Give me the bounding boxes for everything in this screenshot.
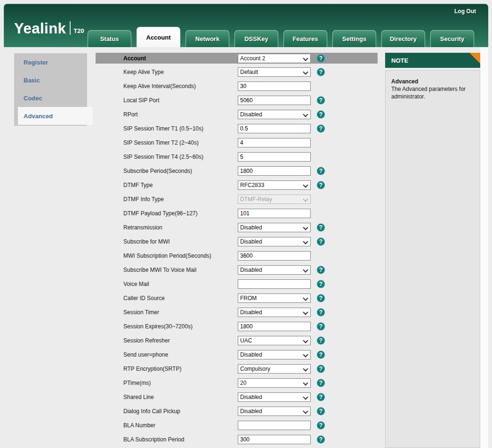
shared-line-select[interactable]: Disabled	[238, 392, 311, 402]
help-icon[interactable]: ?	[317, 68, 325, 76]
help-icon[interactable]: ?	[317, 224, 325, 232]
dtmf-payload-type-96-127-input[interactable]	[238, 209, 311, 218]
help-icon[interactable]: ?	[317, 266, 325, 274]
bla-subscription-period-input[interactable]	[238, 435, 311, 444]
dialog-info-call-pickup-label: Dialog Info Call Pickup	[123, 408, 180, 415]
form-row-dialog-info-call-pickup: Dialog Info Call PickupDisabled?	[96, 404, 378, 418]
chevron-down-icon	[303, 239, 308, 244]
note-text: The Advanced parameters for administrato…	[391, 85, 474, 100]
form-row-retransmission: RetransmissionDisabled?	[96, 220, 378, 235]
form-row-subscribe-period-seconds: Subscribe Period(Seconds)?	[96, 164, 378, 178]
ptime-ms-select-value: 20	[240, 380, 246, 386]
logo-separator	[70, 21, 71, 35]
tab-dsskey[interactable]: DSSKey	[234, 30, 278, 47]
help-icon[interactable]: ?	[317, 365, 325, 373]
dtmf-type-label: DTMF Type	[123, 182, 153, 188]
help-icon[interactable]: ?	[317, 97, 325, 105]
chevron-down-icon	[303, 366, 308, 371]
help-icon[interactable]: ?	[317, 351, 325, 359]
session-refresher-select[interactable]: UAC	[238, 336, 311, 345]
help-icon[interactable]: ?	[317, 238, 325, 246]
help-icon[interactable]: ?	[317, 337, 325, 345]
rport-select[interactable]: Disabled	[238, 110, 311, 119]
sip-session-timer-t1-0-5-10s-label: SIP Session Timer T1 (0.5~10s)	[123, 125, 203, 132]
form-row-rport: RPortDisabled?	[96, 107, 378, 122]
help-icon[interactable]: ?	[317, 280, 325, 288]
caller-id-source-select-value: FROM	[240, 295, 257, 301]
chevron-down-icon	[303, 310, 308, 315]
retransmission-select[interactable]: Disabled	[238, 223, 311, 232]
help-icon[interactable]: ?	[317, 294, 325, 302]
form-row-local-sip-port: Local SIP Port?	[96, 93, 378, 107]
form-row-caller-id-source: Caller ID SourceFROM?	[96, 291, 378, 305]
subscribe-period-seconds-input[interactable]	[238, 166, 311, 176]
help-icon[interactable]: ?	[317, 379, 325, 387]
form-row-sip-session-timer-t1-0-5-10s: SIP Session Timer T1 (0.5~10s)?	[96, 122, 378, 136]
chevron-down-icon	[303, 267, 308, 272]
form-row-sip-session-timer-t2-2-40s: SIP Session Timer T2 (2~40s)	[96, 136, 378, 150]
form-row-keep-alive-interval-seconds: Keep Alive Interval(Seconds)	[96, 79, 378, 93]
logout-link[interactable]: Log Out	[454, 8, 476, 15]
sidebar-item-basic[interactable]: Basic	[14, 71, 87, 89]
sidebar-menu: RegisterBasicCodecAdvanced	[14, 53, 87, 126]
help-icon[interactable]: ?	[317, 309, 325, 317]
form-row-send-user-phone: Send user=phoneDisabled?	[96, 348, 378, 362]
help-icon[interactable]: ?	[317, 125, 325, 133]
voice-mail-input[interactable]	[238, 279, 311, 289]
help-icon[interactable]: ?	[317, 436, 325, 444]
note-heading: Advanced	[391, 78, 474, 85]
sip-session-timer-t4-2-5-60s-input[interactable]	[238, 152, 311, 162]
subscribe-for-mwi-label: Subscribe for MWI	[123, 238, 170, 245]
sidebar-item-register[interactable]: Register	[14, 53, 87, 71]
help-icon[interactable]: ?	[317, 111, 325, 119]
bla-number-input[interactable]	[238, 421, 311, 430]
keep-alive-type-select[interactable]: Default	[238, 67, 311, 77]
tab-security[interactable]: Security	[430, 30, 474, 47]
help-icon[interactable]: ?	[317, 407, 325, 415]
keep-alive-interval-seconds-input[interactable]	[238, 81, 311, 91]
help-icon[interactable]: ?	[317, 422, 325, 430]
chevron-down-icon	[303, 295, 308, 301]
help-icon[interactable]: ?	[317, 393, 325, 401]
session-timer-label: Session Timer	[123, 309, 159, 316]
form-row-subscribe-mwi-to-voice-mail: Subscribe MWI To Voice MailDisabled?	[96, 263, 378, 277]
ptime-ms-select[interactable]: 20	[238, 378, 311, 388]
shared-line-select-value: Disabled	[240, 394, 262, 400]
brand-name: Yealink	[14, 23, 66, 35]
chevron-down-icon	[303, 408, 308, 414]
chevron-down-icon	[303, 196, 308, 202]
send-user-phone-select[interactable]: Disabled	[238, 350, 311, 359]
tab-network[interactable]: Network	[186, 30, 229, 47]
tab-features[interactable]: Features	[283, 30, 327, 47]
account-select[interactable]: Account 2	[238, 54, 311, 63]
dialog-info-call-pickup-select[interactable]: Disabled	[238, 407, 311, 416]
subscribe-mwi-to-voice-mail-select[interactable]: Disabled	[238, 265, 311, 275]
send-user-phone-label: Send user=phone	[123, 351, 168, 358]
note-panel-header: NOTE	[385, 53, 480, 68]
tab-account[interactable]: Account	[137, 27, 180, 47]
subscribe-period-seconds-label: Subscribe Period(Seconds)	[123, 168, 192, 174]
sip-session-timer-t2-2-40s-input[interactable]	[238, 138, 311, 147]
tab-settings[interactable]: Settings	[332, 30, 376, 47]
caller-id-source-label: Caller ID Source	[123, 295, 165, 301]
session-timer-select[interactable]: Disabled	[238, 308, 311, 317]
dtmf-type-select[interactable]: RFC2833	[238, 180, 311, 190]
sip-session-timer-t1-0-5-10s-input[interactable]	[238, 124, 311, 133]
local-sip-port-input[interactable]	[238, 96, 311, 105]
help-icon[interactable]: ?	[317, 54, 325, 62]
help-icon[interactable]: ?	[317, 181, 325, 189]
mwi-subscription-period-seconds-input[interactable]	[238, 251, 311, 261]
mwi-subscription-period-seconds-label: MWI Subscription Period(Seconds)	[123, 253, 211, 259]
caller-id-source-select[interactable]: FROM	[238, 293, 311, 303]
tab-status[interactable]: Status	[88, 30, 131, 47]
tab-directory[interactable]: Directory	[381, 30, 425, 47]
help-icon[interactable]: ?	[317, 323, 325, 331]
form-row-shared-line: Shared LineDisabled?	[96, 390, 378, 404]
sidebar-item-advanced[interactable]: Advanced	[18, 107, 93, 125]
session-expires-30-7200s-input[interactable]	[238, 322, 311, 331]
help-icon[interactable]: ?	[317, 167, 325, 175]
sidebar-item-codec[interactable]: Codec	[14, 89, 87, 107]
subscribe-for-mwi-select[interactable]: Disabled	[238, 237, 311, 246]
chevron-down-icon	[303, 225, 308, 230]
rtp-encryption-srtp-select[interactable]: Compulsory	[238, 364, 311, 374]
